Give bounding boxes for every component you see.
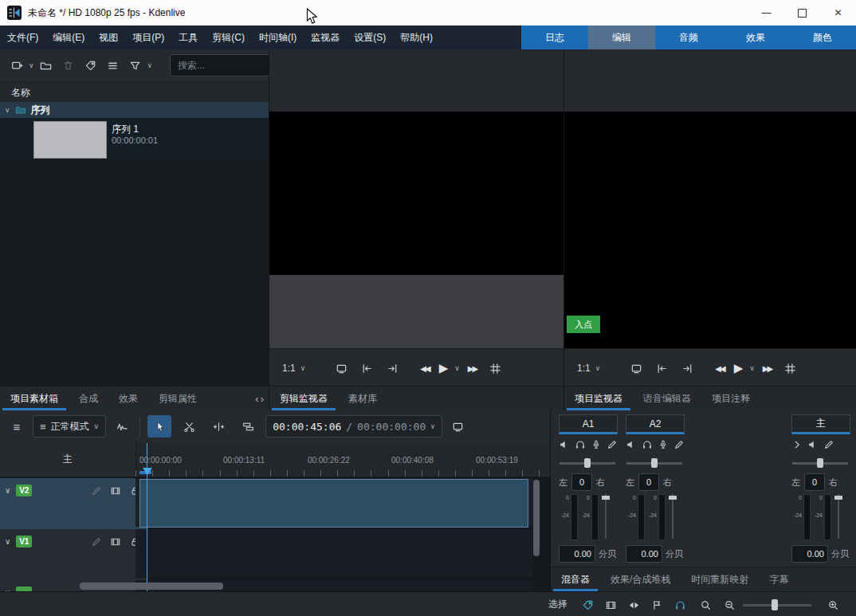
menu-tools[interactable]: 工具 <box>171 26 205 49</box>
workspace-color[interactable]: 颜色 <box>789 26 856 49</box>
timeline-menu-button[interactable]: ≡ <box>6 416 27 437</box>
timeline-clip-sequence[interactable] <box>139 479 528 528</box>
search-input[interactable] <box>170 54 275 77</box>
gain-slider[interactable] <box>667 494 678 539</box>
balance-value[interactable]: 0 <box>804 473 825 491</box>
monitor-scene-button[interactable] <box>331 358 351 379</box>
menu-timeline[interactable]: 时间轴(I) <box>252 26 304 49</box>
workspace-logging[interactable]: 日志 <box>521 26 588 49</box>
db-value[interactable]: 0.00 <box>791 545 828 563</box>
collapse-mixer-icon[interactable] <box>791 439 803 450</box>
monitor-headphones-icon[interactable] <box>575 439 586 450</box>
timeline-vertical-scrollbar[interactable] <box>533 480 540 556</box>
zoom-in-icon[interactable] <box>823 594 843 615</box>
rewind-button[interactable]: ◀◀ <box>417 364 432 373</box>
slip-tool-button[interactable] <box>236 415 260 437</box>
ripple-edit-icon[interactable] <box>623 594 644 615</box>
menu-view[interactable]: 视图 <box>92 26 125 49</box>
workspace-audio[interactable]: 音频 <box>655 26 722 49</box>
tab-project-bin[interactable]: 项目素材箱 <box>0 386 69 410</box>
gain-slider[interactable] <box>833 494 844 539</box>
go-to-zone-end-button[interactable] <box>677 358 697 379</box>
play-button[interactable]: ▶ <box>438 361 450 375</box>
zone-mode-button[interactable] <box>485 358 505 379</box>
track-effects-icon[interactable] <box>91 485 102 496</box>
add-clip-button[interactable] <box>6 55 27 76</box>
channel-name-button[interactable]: A2 <box>626 414 685 434</box>
playhead-marker[interactable] <box>143 468 152 475</box>
zoom-out-icon[interactable] <box>719 594 740 615</box>
track-header-v1[interactable]: ∨ V1 <box>0 529 147 583</box>
forward-button[interactable]: ▶▶ <box>760 364 775 373</box>
balance-value[interactable]: 0 <box>571 473 592 491</box>
bin-clip-row[interactable]: 序列 1 00:00:00:01 <box>0 118 269 160</box>
razor-tool-button[interactable] <box>177 415 201 437</box>
db-value[interactable]: 0.00 <box>626 545 662 563</box>
mute-icon[interactable] <box>626 439 637 450</box>
zoom-slider-handle[interactable] <box>772 599 778 610</box>
playhead-line[interactable] <box>147 443 147 591</box>
workspace-editing[interactable]: 编辑 <box>588 26 655 49</box>
tab-project-notes[interactable]: 项目注释 <box>701 386 760 410</box>
tab-mixer[interactable]: 混音器 <box>551 567 600 591</box>
mute-icon[interactable] <box>559 439 570 450</box>
project-monitor-video[interactable] <box>564 112 856 348</box>
mute-icon[interactable] <box>807 439 819 450</box>
workspace-effects[interactable]: 效果 <box>722 26 789 49</box>
gain-slider[interactable] <box>600 494 611 539</box>
record-mic-icon[interactable] <box>658 439 669 450</box>
monitor-headphones-icon[interactable] <box>642 439 653 450</box>
monitor-zoom-select[interactable]: 1:1 ∨ <box>277 359 310 378</box>
collapse-track-icon[interactable]: ∨ <box>5 537 10 546</box>
play-options-chevron-icon[interactable]: ∨ <box>454 365 460 372</box>
clip-monitor-video[interactable] <box>269 112 564 275</box>
bin-view-menu-button[interactable] <box>103 55 124 76</box>
tab-effects[interactable]: 效果 <box>108 386 148 410</box>
tab-effect-stack[interactable]: 效果/合成堆栈 <box>600 567 681 591</box>
add-clip-chevron-icon[interactable]: ∨ <box>29 62 34 69</box>
go-to-zone-start-button[interactable] <box>356 358 377 379</box>
tab-subtitles[interactable]: 字幕 <box>759 567 799 591</box>
channel-name-button[interactable]: A1 <box>559 414 618 434</box>
delete-button[interactable] <box>58 55 79 76</box>
folder-expander-icon[interactable]: ∨ <box>5 107 10 114</box>
tag-button[interactable] <box>80 55 101 76</box>
menu-help[interactable]: 帮助(H) <box>393 26 440 49</box>
audio-mixer-toggle-button[interactable] <box>112 416 132 437</box>
tab-compositions[interactable]: 合成 <box>69 386 108 410</box>
play-button[interactable]: ▶ <box>732 361 745 375</box>
zone-mode-button[interactable] <box>779 358 800 379</box>
selection-tool-button[interactable] <box>147 415 171 437</box>
tab-project-monitor[interactable]: 项目监视器 <box>564 386 633 410</box>
timeline-preview-button[interactable] <box>448 416 469 437</box>
db-value[interactable]: 0.00 <box>559 545 595 563</box>
tab-speech-editor[interactable]: 语音编辑器 <box>633 386 701 410</box>
go-to-zone-start-button[interactable] <box>651 358 672 379</box>
effects-pencil-icon[interactable] <box>607 439 618 450</box>
timeline-ruler[interactable]: 主 00:00:00:00 00:00:13:11 00:00:26:22 00… <box>0 442 550 477</box>
minimize-button[interactable]: — <box>748 0 784 26</box>
tab-clip-properties[interactable]: 剪辑属性 <box>148 386 207 410</box>
bin-folder-row[interactable]: ∨ 序列 <box>0 102 278 118</box>
track-thumbnails-icon[interactable] <box>110 536 121 547</box>
timecode-display[interactable]: 00:00:45:06 / 00:00:00:00 ∨ <box>265 415 442 437</box>
monitor-scene-button[interactable] <box>626 358 646 379</box>
effects-pencil-icon[interactable] <box>823 439 834 450</box>
balance-value[interactable]: 0 <box>638 473 659 491</box>
volume-slider[interactable] <box>560 457 615 469</box>
volume-slider[interactable] <box>792 457 848 469</box>
track-body-v1[interactable] <box>135 529 532 578</box>
spacer-tool-button[interactable] <box>206 415 230 437</box>
menu-settings[interactable]: 设置(S) <box>347 26 393 49</box>
filter-button[interactable] <box>125 55 146 76</box>
close-button[interactable]: ✕ <box>820 0 856 26</box>
play-options-chevron-icon[interactable]: ∨ <box>749 365 755 372</box>
tab-library[interactable]: 素材库 <box>338 386 387 410</box>
tag-color-icon[interactable] <box>577 594 598 615</box>
bin-columns-header[interactable]: 名称 ∧ <box>0 81 288 104</box>
menu-project[interactable]: 项目(P) <box>125 26 171 49</box>
show-thumbnails-icon[interactable] <box>600 594 621 615</box>
create-folder-button[interactable] <box>36 55 57 76</box>
menu-file[interactable]: 文件(F) <box>0 26 45 49</box>
track-badge-v2[interactable]: V2 <box>16 485 32 496</box>
